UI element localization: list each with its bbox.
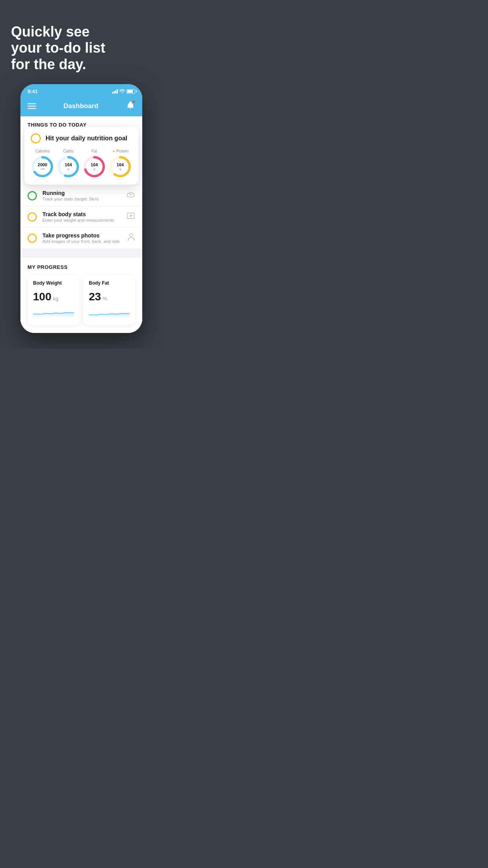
running-text: Running Track your stats (target: 5km)	[42, 190, 121, 201]
menu-button[interactable]	[28, 103, 36, 109]
carbs-donut: 164 g	[57, 155, 80, 178]
progress-photos-checkbox[interactable]	[28, 234, 37, 243]
body-weight-chart	[33, 306, 74, 318]
carbs-label: Carbs	[63, 149, 74, 153]
calories-donut: 2000 cal	[31, 155, 54, 178]
body-fat-unit: %	[103, 296, 107, 302]
status-bar: 9:41	[20, 84, 142, 97]
nav-bar: Dashboard	[20, 97, 142, 116]
todo-progress-photos[interactable]: Take progress photos Add images of your …	[20, 227, 142, 248]
nutrition-fat: Fat 164 g	[83, 149, 106, 178]
body-weight-unit: kg	[53, 296, 59, 302]
nutrition-calories: Calories 2000 cal	[31, 149, 54, 178]
scale-icon	[127, 212, 135, 222]
nutrition-checkbox[interactable]	[31, 133, 41, 143]
person-icon	[127, 233, 135, 243]
progress-header: MY PROGRESS	[28, 264, 135, 270]
fat-donut: 164 g	[83, 155, 106, 178]
nutrition-card: Hit your daily nutrition goal Calories	[24, 127, 138, 185]
signal-icon	[112, 89, 118, 94]
nutrition-grid: Calories 2000 cal	[31, 149, 132, 178]
running-subtitle: Track your stats (target: 5km)	[42, 197, 121, 201]
nutrition-protein: ★ Protein 164 g	[108, 149, 132, 178]
body-fat-value: 23	[89, 291, 101, 303]
calories-label: Calories	[35, 149, 50, 153]
status-time: 9:41	[28, 88, 38, 94]
body-fat-chart	[89, 306, 130, 318]
running-checkbox[interactable]	[28, 191, 37, 200]
star-icon: ★	[112, 149, 116, 153]
notification-button[interactable]	[126, 101, 135, 112]
running-title: Running	[42, 190, 121, 196]
wifi-icon	[119, 89, 125, 94]
shoe-icon	[127, 191, 135, 200]
body-weight-card[interactable]: Body Weight 100 kg	[28, 275, 79, 325]
hero-section: Quickly see your to-do list for the day.	[0, 0, 163, 84]
body-stats-checkbox[interactable]	[28, 212, 37, 222]
body-stats-title: Track body stats	[42, 211, 121, 217]
hero-heading: Quickly see your to-do list for the day.	[11, 24, 152, 72]
fat-label: Fat	[92, 149, 97, 153]
main-content: THINGS TO DO TODAY Hit your daily nutrit…	[20, 116, 142, 333]
body-fat-card[interactable]: Body Fat 23 %	[83, 275, 135, 325]
progress-cards: Body Weight 100 kg	[28, 275, 135, 333]
progress-photos-text: Take progress photos Add images of your …	[42, 232, 122, 244]
progress-photos-title: Take progress photos	[42, 232, 122, 239]
status-icons	[112, 89, 135, 94]
body-weight-title: Body Weight	[33, 280, 74, 286]
progress-section: MY PROGRESS Body Weight 100 kg	[20, 258, 142, 333]
body-fat-value-row: 23 %	[89, 291, 130, 303]
section-spacer	[20, 248, 142, 258]
protein-label: ★ Protein	[112, 149, 129, 153]
phone-wrapper: 9:41	[0, 84, 163, 349]
card-title-row: Hit your daily nutrition goal	[31, 133, 132, 143]
phone-frame: 9:41	[20, 84, 142, 333]
body-stats-subtitle: Enter your weight and measurements	[42, 218, 121, 223]
svg-point-9	[130, 234, 133, 237]
nav-title: Dashboard	[64, 102, 99, 110]
battery-icon	[127, 89, 135, 94]
body-fat-title: Body Fat	[89, 280, 130, 286]
todo-running[interactable]: Running Track your stats (target: 5km)	[20, 185, 142, 206]
protein-donut: 164 g	[108, 155, 132, 178]
body-weight-value: 100	[33, 291, 51, 303]
todo-body-stats[interactable]: Track body stats Enter your weight and m…	[20, 206, 142, 227]
progress-photos-subtitle: Add images of your front, back, and side	[42, 239, 122, 244]
body-stats-text: Track body stats Enter your weight and m…	[42, 211, 121, 223]
nutrition-carbs: Carbs 164 g	[57, 149, 80, 178]
body-weight-value-row: 100 kg	[33, 291, 74, 303]
nutrition-card-title: Hit your daily nutrition goal	[46, 135, 127, 142]
